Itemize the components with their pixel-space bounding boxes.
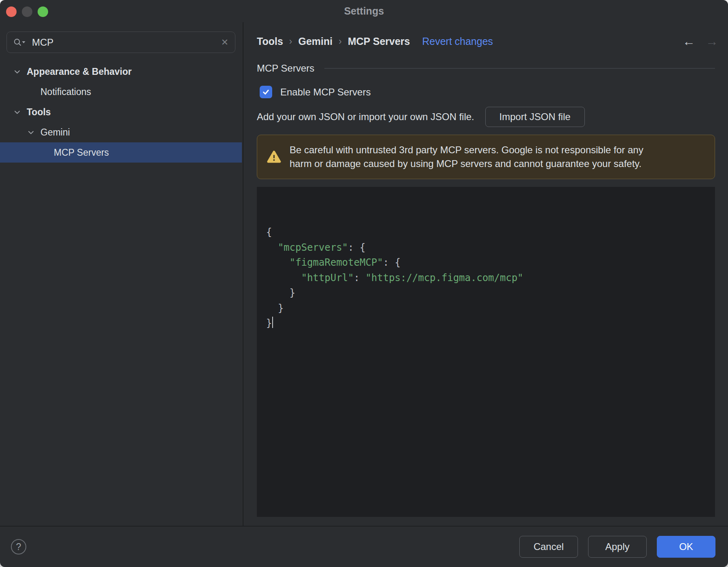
cancel-button[interactable]: Cancel: [519, 536, 578, 558]
sidebar-item-gemini[interactable]: Gemini: [0, 122, 242, 142]
question-mark-icon: ?: [16, 542, 21, 552]
settings-tree: Appearance & Behavior Notifications Tool…: [0, 61, 242, 163]
enable-mcp-checkbox[interactable]: [260, 86, 272, 98]
settings-content: Tools › Gemini › MCP Servers Revert chan…: [243, 22, 728, 526]
chevron-down-icon[interactable]: [27, 128, 35, 137]
footer-bar: ? Cancel Apply OK: [0, 526, 728, 567]
settings-search-field[interactable]: ✕: [6, 32, 235, 53]
sidebar-item-label: Notifications: [40, 87, 91, 97]
section-title: MCP Servers: [257, 63, 314, 74]
sidebar-item-label: Tools: [27, 107, 51, 118]
sidebar-item-label: Gemini: [40, 127, 70, 138]
import-json-file-button[interactable]: Import JSON file: [485, 107, 585, 127]
breadcrumb-gemini[interactable]: Gemini: [298, 36, 332, 47]
ok-button[interactable]: OK: [657, 536, 715, 558]
section-header: MCP Servers: [257, 63, 715, 74]
warning-icon: [267, 150, 281, 165]
mcp-json-editor[interactable]: { "mcpServers": { "figmaRemoteMCP": { "h…: [257, 187, 715, 517]
sidebar-item-mcp-servers[interactable]: MCP Servers: [0, 142, 242, 163]
clear-search-icon[interactable]: ✕: [221, 38, 229, 47]
revert-changes-link[interactable]: Revert changes: [422, 36, 493, 47]
search-icon: [13, 38, 26, 47]
sidebar-item-tools[interactable]: Tools: [0, 102, 242, 122]
breadcrumb-separator: ›: [339, 36, 342, 47]
titlebar: Settings: [0, 0, 728, 22]
back-arrow-icon[interactable]: ←: [683, 34, 695, 49]
warning-text: Be careful with untrusted 3rd party MCP …: [290, 143, 643, 171]
sidebar-item-label: Appearance & Behavior: [27, 66, 131, 77]
chevron-down-icon[interactable]: [13, 68, 21, 76]
settings-window: Settings ✕ Appearance & Behavior: [0, 0, 728, 567]
chevron-down-icon[interactable]: [13, 108, 21, 116]
sidebar-item-appearance-behavior[interactable]: Appearance & Behavior: [0, 61, 242, 82]
section-divider: [324, 68, 715, 69]
code-line: "figmaRemoteMCP": {: [266, 255, 715, 271]
code-line: {: [266, 225, 715, 240]
code-lines: { "mcpServers": { "figmaRemoteMCP": { "h…: [266, 225, 715, 331]
code-line: "mcpServers": {: [266, 240, 715, 256]
apply-button[interactable]: Apply: [588, 536, 647, 558]
history-nav: ← →: [683, 34, 718, 49]
add-json-text: Add your own JSON or import your own JSO…: [257, 111, 474, 123]
enable-mcp-row: Enable MCP Servers: [260, 86, 371, 98]
enable-mcp-label: Enable MCP Servers: [280, 87, 371, 98]
warning-text-line: Be careful with untrusted 3rd party MCP …: [290, 143, 643, 157]
window-title: Settings: [0, 0, 728, 22]
sidebar-item-notifications[interactable]: Notifications: [0, 82, 242, 102]
help-button[interactable]: ?: [11, 539, 26, 554]
code-line: "httpUrl": "https://mcp.figma.com/mcp": [266, 271, 715, 286]
search-input[interactable]: [32, 37, 221, 48]
code-line: }: [266, 286, 715, 301]
code-line: }: [266, 316, 715, 331]
warning-text-line: harm or damage caused by using MCP serve…: [290, 157, 643, 171]
sidebar-item-label: MCP Servers: [54, 147, 109, 158]
text-cursor: [272, 317, 273, 328]
breadcrumb: Tools › Gemini › MCP Servers Revert chan…: [257, 36, 493, 47]
breadcrumb-tools[interactable]: Tools: [257, 36, 283, 47]
checkmark-icon: [262, 88, 270, 96]
breadcrumb-mcp-servers[interactable]: MCP Servers: [348, 36, 410, 47]
dialog-buttons: Cancel Apply OK: [519, 536, 715, 558]
warning-banner: Be careful with untrusted 3rd party MCP …: [257, 135, 715, 179]
code-line: }: [266, 301, 715, 316]
add-json-row: Add your own JSON or import your own JSO…: [257, 107, 585, 127]
settings-sidebar: ✕ Appearance & Behavior Notifications To…: [0, 22, 243, 526]
forward-arrow-icon[interactable]: →: [706, 34, 718, 49]
breadcrumb-separator: ›: [289, 36, 292, 47]
